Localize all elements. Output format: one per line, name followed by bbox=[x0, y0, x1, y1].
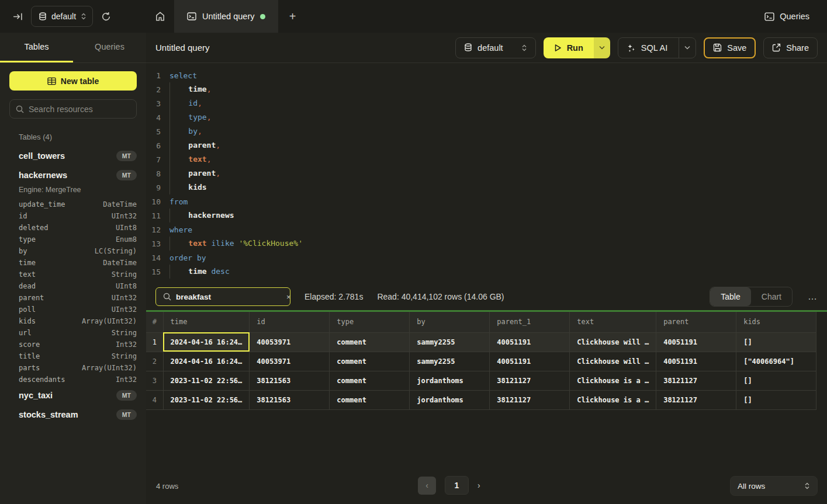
results-toolbar: × Elapsed: 2.781s Read: 40,414,102 rows … bbox=[146, 283, 827, 310]
sidebar-tab-queries[interactable]: Queries bbox=[73, 33, 146, 62]
sidebar-collapse-icon[interactable] bbox=[13, 12, 23, 22]
table-cell[interactable]: 2023-11-02 22:56… bbox=[163, 371, 250, 390]
view-toggle-table[interactable]: Table bbox=[710, 287, 750, 306]
table-cell[interactable]: comment bbox=[330, 371, 410, 390]
table-cell[interactable]: comment bbox=[330, 332, 410, 352]
table-item-hackernews[interactable]: hackernewsMT bbox=[0, 165, 146, 185]
table-cell[interactable]: 40051191 bbox=[656, 352, 736, 371]
table-cell[interactable]: 38121563 bbox=[250, 371, 330, 390]
database-icon bbox=[39, 12, 47, 21]
table-cell[interactable]: 40053971 bbox=[250, 332, 330, 352]
save-button[interactable]: Save bbox=[704, 37, 756, 58]
table-cell[interactable]: ["40066964"] bbox=[736, 352, 816, 371]
column-header-kids[interactable]: kids bbox=[736, 312, 816, 332]
queries-button[interactable]: Queries bbox=[764, 12, 809, 21]
table-cell[interactable]: 38121127 bbox=[656, 371, 736, 390]
table-name: hackernews bbox=[19, 171, 116, 180]
table-cell[interactable]: 38121127 bbox=[490, 371, 570, 390]
table-cell[interactable]: Clickhouse is a … bbox=[570, 371, 656, 390]
column-name: kids bbox=[19, 317, 36, 325]
sql-editor[interactable]: 1select2 time,3 id,4 type,5 by,6 parent,… bbox=[146, 63, 827, 283]
column-item: descendantsInt32 bbox=[0, 374, 146, 385]
chevron-updown-icon bbox=[521, 44, 527, 52]
table-cell[interactable]: Clickhouse will … bbox=[570, 352, 656, 371]
table-cell[interactable]: 40051191 bbox=[490, 352, 570, 371]
clear-search-icon[interactable]: × bbox=[286, 293, 291, 301]
table-cell[interactable]: 2023-11-02 22:56… bbox=[163, 390, 250, 409]
query-toolbar-actions: default Run SQL AI bbox=[455, 37, 818, 58]
table-item-nyc_taxi[interactable]: nyc_taxiMT bbox=[0, 385, 146, 405]
column-type: DateTime bbox=[103, 259, 137, 267]
more-options-icon[interactable]: … bbox=[808, 291, 818, 302]
table-cell[interactable]: Clickhouse is a … bbox=[570, 390, 656, 409]
table-cell[interactable]: jordanthoms bbox=[410, 390, 490, 409]
column-header-time[interactable]: time bbox=[163, 312, 250, 332]
table-cell[interactable]: 40053971 bbox=[250, 352, 330, 371]
table-cell[interactable]: [] bbox=[736, 371, 816, 390]
sql-ai-dropdown[interactable] bbox=[679, 38, 695, 58]
column-name: parent bbox=[19, 294, 44, 302]
table-cell[interactable]: 38121563 bbox=[250, 390, 330, 409]
share-button[interactable]: Share bbox=[763, 37, 818, 58]
engine-badge: MT bbox=[116, 151, 137, 161]
sql-ai-button[interactable]: SQL AI bbox=[618, 37, 696, 58]
code-line: 1select bbox=[146, 68, 827, 82]
column-name: descendants bbox=[19, 376, 65, 384]
table-cell[interactable]: jordanthoms bbox=[410, 371, 490, 390]
top-bar-right: Queries bbox=[764, 0, 827, 33]
column-header-by[interactable]: by bbox=[410, 312, 490, 332]
line-number: 11 bbox=[146, 211, 169, 220]
table-cell[interactable]: [] bbox=[736, 390, 816, 409]
column-header-parent[interactable]: parent bbox=[656, 312, 736, 332]
table-grid-icon bbox=[47, 77, 56, 85]
sidebar-tab-tables[interactable]: Tables bbox=[0, 33, 73, 62]
table-cell[interactable]: sammy2255 bbox=[410, 352, 490, 371]
page-size-selector[interactable]: All rows bbox=[730, 476, 818, 496]
topbar-database-selector[interactable]: default bbox=[31, 6, 93, 27]
column-header-text[interactable]: text bbox=[570, 312, 656, 332]
column-type: DateTime bbox=[103, 200, 137, 208]
column-header-parent_1[interactable]: parent_1 bbox=[490, 312, 570, 332]
table-cell[interactable]: 38121127 bbox=[490, 390, 570, 409]
table-cell[interactable]: 2024-04-16 16:24… bbox=[163, 332, 250, 352]
column-header-id[interactable]: id bbox=[250, 312, 330, 332]
new-tab-button[interactable]: + bbox=[278, 0, 306, 33]
new-table-button[interactable]: New table bbox=[9, 71, 137, 91]
table-cell[interactable]: Clickhouse will … bbox=[570, 332, 656, 352]
tables-section-title: Tables (4) bbox=[19, 133, 146, 141]
table-cell[interactable]: 40051191 bbox=[490, 332, 570, 352]
table-row: 32023-11-02 22:56…38121563commentjordant… bbox=[146, 371, 816, 390]
view-toggle-chart[interactable]: Chart bbox=[751, 287, 792, 306]
code-text: order by bbox=[169, 253, 206, 262]
table-row: 42023-11-02 22:56…38121563commentjordant… bbox=[146, 390, 816, 409]
table-cell[interactable]: [] bbox=[736, 332, 816, 352]
table-cell[interactable]: 40051191 bbox=[656, 332, 736, 352]
column-header-type[interactable]: type bbox=[330, 312, 410, 332]
tab-untitled-query[interactable]: Untitled query bbox=[174, 0, 278, 33]
next-page-button[interactable]: › bbox=[477, 481, 480, 490]
top-bar: default Untitled query + Queries bbox=[0, 0, 827, 33]
run-button[interactable]: Run bbox=[544, 37, 594, 58]
code-text: select bbox=[169, 71, 197, 80]
results-search-input[interactable] bbox=[176, 293, 282, 301]
table-item-stocks_stream[interactable]: stocks_streamMT bbox=[0, 405, 146, 424]
current-page[interactable]: 1 bbox=[445, 476, 469, 495]
prev-page-button[interactable]: ‹ bbox=[418, 477, 436, 495]
table-cell[interactable]: 38121127 bbox=[656, 390, 736, 409]
column-header-#[interactable]: # bbox=[146, 312, 163, 332]
home-icon[interactable] bbox=[146, 0, 174, 33]
table-cell[interactable]: comment bbox=[330, 390, 410, 409]
sidebar-search-input[interactable] bbox=[29, 105, 134, 114]
code-line: 6 parent, bbox=[146, 138, 827, 152]
table-cell[interactable]: sammy2255 bbox=[410, 332, 490, 352]
refresh-icon[interactable] bbox=[101, 12, 111, 22]
run-options-dropdown[interactable] bbox=[594, 37, 610, 58]
query-toolbar: Untitled query default Run bbox=[146, 33, 827, 63]
sidebar-tabs: Tables Queries bbox=[0, 33, 146, 63]
code-line: 8 parent, bbox=[146, 166, 827, 180]
table-cell[interactable]: comment bbox=[330, 352, 410, 371]
toolbar-database-selector[interactable]: default bbox=[455, 37, 536, 58]
table-cell[interactable]: 2024-04-16 16:24… bbox=[163, 352, 250, 371]
table-item-cell_towers[interactable]: cell_towersMT bbox=[0, 146, 146, 165]
results-table-section: #timeidtypebyparent_1textparentkids 1202… bbox=[146, 310, 827, 410]
